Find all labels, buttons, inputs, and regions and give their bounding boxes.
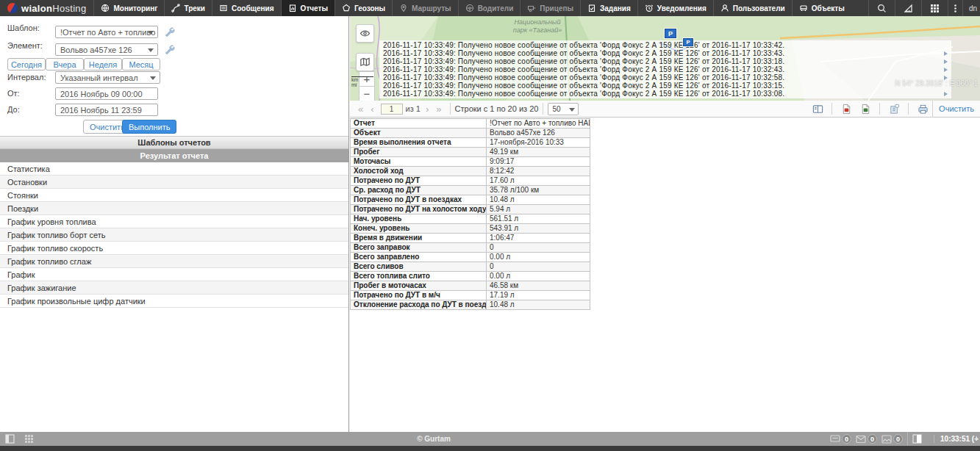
report-section-item[interactable]: График топливо борт сеть: [0, 228, 348, 242]
zoom-out-button[interactable]: −: [359, 86, 375, 101]
unit-select[interactable]: Вольво а457хе 126: [55, 43, 158, 56]
last-page-button[interactable]: »: [432, 104, 445, 115]
from-date-input[interactable]: 2016 Ноябрь 09 00:00: [55, 87, 158, 100]
nav-item-units[interactable]: Объекты: [792, 0, 851, 16]
next-page-button[interactable]: ›: [422, 104, 432, 115]
media-counter[interactable]: 0: [881, 434, 903, 444]
page-number-input[interactable]: 1: [381, 104, 403, 115]
map-area[interactable]: Национальный парк «Таганай» + − km mi 20…: [350, 16, 980, 101]
report-section-item[interactable]: График: [0, 268, 348, 281]
report-section-item[interactable]: График зажигание: [0, 281, 348, 295]
table-row[interactable]: Всего заправок 0: [350, 243, 590, 253]
to-date-input[interactable]: 2016 Ноябрь 11 23:59: [55, 104, 158, 116]
stat-name: Всего заправок: [351, 243, 486, 252]
report-view-button[interactable]: [808, 102, 827, 115]
report-section-item[interactable]: График топливо скорость: [0, 242, 348, 255]
month-button[interactable]: Месяц: [122, 58, 160, 71]
nav-item-messages[interactable]: Сообщения: [212, 0, 281, 16]
brand-logo[interactable]: wialonHosting: [0, 0, 93, 16]
visibility-button[interactable]: [356, 24, 374, 43]
table-row[interactable]: Время в движении 1:06:47: [350, 234, 590, 243]
sent-commands-counter[interactable]: 0: [856, 434, 877, 444]
table-row[interactable]: Потрачено по ДУТ 17.60 л: [350, 176, 590, 186]
map-source-button[interactable]: [356, 53, 374, 71]
apps-menu-button[interactable]: [921, 0, 948, 16]
chevron-down-icon: [150, 76, 156, 80]
goto-arrow-icon[interactable]: [944, 92, 948, 96]
search-button[interactable]: [868, 0, 895, 16]
layout-switch-button[interactable]: [907, 432, 926, 446]
unit-settings-button[interactable]: [163, 43, 175, 55]
goto-arrow-icon[interactable]: [944, 59, 948, 64]
template-settings-button[interactable]: [163, 26, 175, 37]
table-row[interactable]: Всего топлива слито 0.00 л: [350, 272, 590, 281]
print-button[interactable]: [913, 102, 932, 115]
table-row[interactable]: Потрачено по ДУТ в м/ч 17.19 л: [350, 291, 590, 300]
goto-arrow-icon[interactable]: [944, 51, 948, 56]
export-excel-button[interactable]: [856, 102, 875, 115]
scale-mi-label: mi: [351, 82, 357, 87]
open-in-window-button[interactable]: [884, 102, 904, 115]
notification-item[interactable]: 2016-11-17 10:33:49: Получено новое сооб…: [383, 49, 948, 57]
report-section-item[interactable]: График уровня топлива: [0, 215, 348, 228]
nav-item-geofences[interactable]: Геозоны: [335, 0, 392, 16]
clear-report-button[interactable]: Очистить: [932, 101, 980, 118]
prev-page-button[interactable]: ‹: [367, 104, 377, 115]
report-section-item[interactable]: График произвольные цифр датчики: [0, 295, 348, 308]
table-row[interactable]: Объект Вольво а457хе 126: [350, 129, 590, 138]
table-row[interactable]: Потрачено по ДУТ в поездках 10.48 л: [350, 195, 590, 205]
report-section-item[interactable]: Поездки: [0, 202, 348, 215]
report-section-item[interactable]: Остановки: [0, 176, 348, 189]
template-select[interactable]: !Отчет по Авто + топливо ...: [55, 26, 158, 38]
nav-item-trailers[interactable]: Прицепы: [520, 0, 580, 16]
nav-item-notifications[interactable]: Уведомления: [637, 0, 713, 16]
more-menu-button[interactable]: [948, 0, 962, 16]
parking-marker-2[interactable]: P: [683, 38, 693, 46]
nav-item-drivers[interactable]: Водители: [458, 0, 521, 16]
nav-item-reports[interactable]: Отчеты: [281, 0, 335, 16]
nav-item-users[interactable]: Пользователи: [713, 0, 792, 16]
goto-arrow-icon[interactable]: [944, 68, 948, 72]
table-row[interactable]: Пробег 49.19 км: [350, 148, 590, 157]
notification-item[interactable]: 2016-11-17 10:33:49: Получено новое сооб…: [383, 73, 948, 82]
notification-item[interactable]: 2016-11-17 10:33:49: Получено новое сооб…: [383, 65, 948, 73]
notification-item[interactable]: 2016-11-17 10:33:49: Получено новое сооб…: [383, 82, 948, 90]
table-row[interactable]: Всего заправлено 0.00 л: [350, 253, 590, 262]
table-row[interactable]: Отклонение расхода по ДУТ в поездках 10.…: [350, 300, 590, 310]
table-row[interactable]: Ср. расход по ДУТ 35.78 л/100 км: [350, 186, 590, 195]
interval-label: Интервал:: [7, 73, 46, 82]
today-button[interactable]: Сегодня: [7, 58, 46, 71]
nav-item-routes[interactable]: Маршруты: [392, 0, 458, 16]
export-pdf-button[interactable]: [837, 102, 856, 115]
week-button[interactable]: Неделя: [84, 58, 122, 71]
templates-section-header[interactable]: Шаблоны отчетов: [0, 136, 348, 149]
report-section-item[interactable]: Статистика: [0, 162, 348, 176]
driver-messages-counter[interactable]: 0: [830, 434, 851, 444]
notification-item[interactable]: 2016-11-17 10:33:49: Получено новое сооб…: [383, 41, 948, 49]
table-row[interactable]: Моточасы 9:09:17: [350, 157, 590, 167]
nav-item-tracks[interactable]: Треки: [164, 0, 212, 16]
table-row[interactable]: Время выполнения отчета 17-ноября-2016 1…: [350, 138, 590, 148]
notification-item[interactable]: 2016-11-17 10:33:49: Получено новое сооб…: [383, 57, 948, 65]
table-row[interactable]: Всего сливов 0: [350, 262, 590, 272]
nav-item-monitoring[interactable]: Мониторинг: [93, 0, 164, 16]
nav-item-jobs[interactable]: Задания: [580, 0, 637, 16]
table-row[interactable]: Конеч. уровень 543.91 л: [350, 224, 590, 234]
parking-marker-1[interactable]: P: [665, 29, 676, 38]
table-row[interactable]: Пробег в моточасах 46.58 км: [350, 281, 590, 291]
table-row[interactable]: Потрачено по ДУТ на холостом ходу 5.94 л: [350, 205, 590, 214]
table-row[interactable]: Отчет !Отчет по Авто + топливо НАШ: [350, 119, 590, 129]
yesterday-button[interactable]: Вчера: [46, 58, 84, 71]
table-row[interactable]: Нач. уровень 561.51 л: [350, 214, 590, 224]
result-section-header[interactable]: Результат отчета: [0, 149, 348, 162]
notification-item[interactable]: 2016-11-17 10:33:49: Получено новое сооб…: [383, 90, 948, 98]
table-row[interactable]: Холостой ход 8:12:42: [350, 167, 590, 176]
page-size-select[interactable]: 50: [548, 103, 579, 115]
report-section-item[interactable]: Стоянки: [0, 189, 348, 202]
user-menu[interactable]: dn: [962, 0, 980, 16]
report-section-item[interactable]: График топливо сглаж: [0, 255, 348, 268]
interval-select[interactable]: Указанный интервал: [55, 71, 160, 84]
execute-button[interactable]: Выполнить: [122, 120, 176, 134]
first-page-button[interactable]: «: [354, 104, 367, 115]
ruler-tool-button[interactable]: [895, 0, 921, 16]
